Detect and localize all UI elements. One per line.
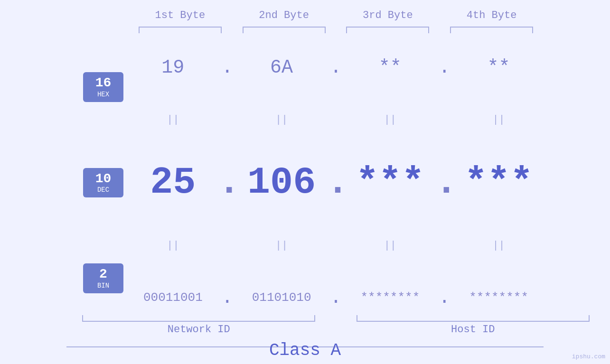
bin-dot-3: . <box>435 287 454 308</box>
hex-dot-3: . <box>435 57 454 78</box>
hex-row: 19 . 6A . ** . ** <box>128 57 544 78</box>
dec-badge: 10 DEC <box>83 168 123 198</box>
bottom-labels: Network ID Host ID <box>62 324 610 336</box>
bin-dot-2: . <box>327 287 346 308</box>
hex-cell-3: ** <box>346 57 435 78</box>
bin-cell-1: 00011001 <box>128 290 218 305</box>
sep-2-4: || <box>454 240 544 252</box>
top-brackets <box>66 25 544 35</box>
byte-headers: 1st Byte 2nd Byte 3rd Byte 4th Byte <box>66 9 544 21</box>
bottom-section: Network ID Host ID <box>0 315 610 336</box>
bottom-brackets <box>62 315 610 322</box>
top-bracket-1 <box>128 25 232 35</box>
host-bracket <box>357 315 590 322</box>
bracket-top-2 <box>243 27 326 33</box>
sep-1-2: || <box>237 114 327 126</box>
byte-header-4: 4th Byte <box>440 9 544 21</box>
dec-dot-2: . <box>327 161 346 204</box>
dec-cell-4: *** <box>454 161 544 204</box>
bracket-top-3 <box>346 27 429 33</box>
hex-dot-1: . <box>218 57 237 78</box>
sep-2-3: || <box>346 240 435 252</box>
dec-cell-2: 106 <box>237 161 327 204</box>
bin-cell-3: ******** <box>346 290 435 305</box>
hex-badge: 16 HEX <box>83 72 123 102</box>
bin-cell-2: 01101010 <box>237 290 327 305</box>
sep-2-1: || <box>128 240 218 252</box>
watermark: ipshu.com <box>572 353 605 360</box>
hex-dot-2: . <box>327 57 346 78</box>
top-bracket-2 <box>232 25 336 35</box>
sep-1-1: || <box>128 114 218 126</box>
byte-header-3: 3rd Byte <box>336 9 440 21</box>
dec-dot-1: . <box>218 161 237 204</box>
sep-1-3: || <box>346 114 435 126</box>
host-id-label: Host ID <box>451 324 495 336</box>
bin-dot-1: . <box>218 287 237 308</box>
dec-dot-3: . <box>435 161 454 204</box>
sep-row-2: || || || || <box>128 240 544 252</box>
bin-row: 00011001 . 01101010 . ******** . *******… <box>128 287 544 308</box>
sep-1-4: || <box>454 114 544 126</box>
dec-cell-1: 25 <box>128 161 218 204</box>
bin-cell-4: ******** <box>454 290 544 305</box>
sep-2-2: || <box>237 240 327 252</box>
bracket-top-4 <box>450 27 533 33</box>
class-label: Class A <box>0 341 610 360</box>
main-container: 1st Byte 2nd Byte 3rd Byte 4th Byte 16 H… <box>0 0 610 364</box>
hex-cell-4: ** <box>454 57 544 78</box>
hex-cell-2: 6A <box>237 57 327 78</box>
host-label-area: Host ID <box>336 324 610 336</box>
top-bracket-3 <box>336 25 440 35</box>
sep-row-1: || || || || <box>128 114 544 126</box>
network-label-area: Network ID <box>62 324 336 336</box>
byte-header-1: 1st Byte <box>128 9 232 21</box>
byte-header-2: 2nd Byte <box>232 9 336 21</box>
network-bracket <box>82 315 315 322</box>
dec-row: 25 . 106 . *** . *** <box>128 161 544 204</box>
bracket-top-1 <box>139 27 222 33</box>
hex-cell-1: 19 <box>128 57 218 78</box>
dec-cell-3: *** <box>346 161 435 204</box>
bin-badge: 2 BIN <box>83 263 123 293</box>
network-id-label: Network ID <box>168 324 230 336</box>
top-bracket-4 <box>440 25 544 35</box>
